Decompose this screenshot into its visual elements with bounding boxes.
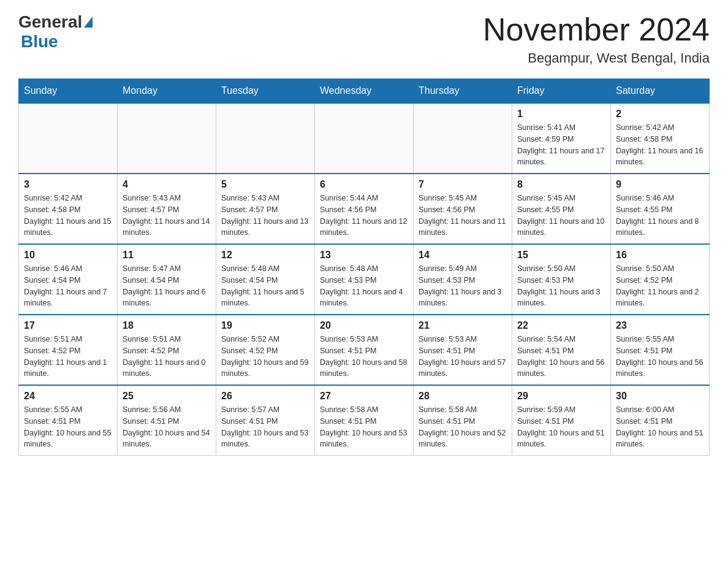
day-info: Sunrise: 5:46 AMSunset: 4:54 PMDaylight:… <box>24 263 112 309</box>
day-info: Sunrise: 5:48 AMSunset: 4:54 PMDaylight:… <box>221 263 309 309</box>
calendar-cell-w2-d4: 7Sunrise: 5:45 AMSunset: 4:56 PMDaylight… <box>414 174 512 244</box>
day-info: Sunrise: 5:54 AMSunset: 4:51 PMDaylight:… <box>517 334 605 380</box>
day-number: 11 <box>123 250 211 261</box>
header-monday: Monday <box>118 79 216 104</box>
calendar-cell-w1-d1 <box>118 103 216 174</box>
calendar-cell-w3-d3: 13Sunrise: 5:48 AMSunset: 4:53 PMDayligh… <box>315 244 414 315</box>
day-info: Sunrise: 5:49 AMSunset: 4:53 PMDaylight:… <box>419 263 507 309</box>
logo: General Blue <box>18 12 93 52</box>
calendar-cell-w4-d3: 20Sunrise: 5:53 AMSunset: 4:51 PMDayligh… <box>315 315 414 385</box>
day-number: 24 <box>24 391 112 402</box>
day-info: Sunrise: 5:43 AMSunset: 4:57 PMDaylight:… <box>221 193 309 239</box>
location-title: Begampur, West Bengal, India <box>483 50 710 66</box>
calendar-cell-w2-d5: 8Sunrise: 5:45 AMSunset: 4:55 PMDaylight… <box>512 174 611 244</box>
calendar-cell-w5-d6: 30Sunrise: 6:00 AMSunset: 4:51 PMDayligh… <box>611 385 710 456</box>
day-number: 30 <box>616 391 704 402</box>
logo-triangle-icon <box>84 17 93 28</box>
day-info: Sunrise: 5:53 AMSunset: 4:51 PMDaylight:… <box>419 334 507 380</box>
day-number: 3 <box>24 179 112 190</box>
day-number: 2 <box>616 109 704 120</box>
calendar-cell-w5-d1: 25Sunrise: 5:56 AMSunset: 4:51 PMDayligh… <box>118 385 216 456</box>
day-info: Sunrise: 5:42 AMSunset: 4:58 PMDaylight:… <box>616 122 704 168</box>
calendar-cell-w3-d1: 11Sunrise: 5:47 AMSunset: 4:54 PMDayligh… <box>118 244 216 315</box>
day-number: 7 <box>419 179 507 190</box>
day-info: Sunrise: 5:56 AMSunset: 4:51 PMDaylight:… <box>123 404 211 450</box>
day-info: Sunrise: 5:55 AMSunset: 4:51 PMDaylight:… <box>24 404 112 450</box>
day-number: 25 <box>123 391 211 402</box>
day-number: 21 <box>419 320 507 331</box>
day-number: 4 <box>123 179 211 190</box>
day-info: Sunrise: 5:46 AMSunset: 4:55 PMDaylight:… <box>616 193 704 239</box>
day-number: 26 <box>221 391 309 402</box>
day-info: Sunrise: 5:51 AMSunset: 4:52 PMDaylight:… <box>123 334 211 380</box>
day-info: Sunrise: 5:42 AMSunset: 4:58 PMDaylight:… <box>24 193 112 239</box>
day-info: Sunrise: 5:45 AMSunset: 4:56 PMDaylight:… <box>419 193 507 239</box>
week-row-1: 1Sunrise: 5:41 AMSunset: 4:59 PMDaylight… <box>19 103 710 174</box>
day-info: Sunrise: 5:41 AMSunset: 4:59 PMDaylight:… <box>517 122 605 168</box>
day-number: 27 <box>320 391 408 402</box>
day-info: Sunrise: 5:47 AMSunset: 4:54 PMDaylight:… <box>123 263 211 309</box>
day-info: Sunrise: 5:55 AMSunset: 4:51 PMDaylight:… <box>616 334 704 380</box>
calendar-cell-w2-d0: 3Sunrise: 5:42 AMSunset: 4:58 PMDaylight… <box>19 174 118 244</box>
day-number: 6 <box>320 179 408 190</box>
header-thursday: Thursday <box>414 79 512 104</box>
weekday-header-row: Sunday Monday Tuesday Wednesday Thursday… <box>19 79 710 104</box>
calendar-cell-w4-d5: 22Sunrise: 5:54 AMSunset: 4:51 PMDayligh… <box>512 315 611 385</box>
day-number: 10 <box>24 250 112 261</box>
day-info: Sunrise: 5:51 AMSunset: 4:52 PMDaylight:… <box>24 334 112 380</box>
day-info: Sunrise: 5:43 AMSunset: 4:57 PMDaylight:… <box>123 193 211 239</box>
day-number: 1 <box>517 109 605 120</box>
day-number: 28 <box>419 391 507 402</box>
header-tuesday: Tuesday <box>216 79 315 104</box>
week-row-2: 3Sunrise: 5:42 AMSunset: 4:58 PMDaylight… <box>19 174 710 244</box>
calendar-cell-w4-d4: 21Sunrise: 5:53 AMSunset: 4:51 PMDayligh… <box>414 315 512 385</box>
calendar-cell-w4-d1: 18Sunrise: 5:51 AMSunset: 4:52 PMDayligh… <box>118 315 216 385</box>
calendar-cell-w2-d2: 5Sunrise: 5:43 AMSunset: 4:57 PMDaylight… <box>216 174 315 244</box>
day-number: 13 <box>320 250 408 261</box>
calendar-cell-w4-d6: 23Sunrise: 5:55 AMSunset: 4:51 PMDayligh… <box>611 315 710 385</box>
day-info: Sunrise: 5:59 AMSunset: 4:51 PMDaylight:… <box>517 404 605 450</box>
calendar-cell-w5-d4: 28Sunrise: 5:58 AMSunset: 4:51 PMDayligh… <box>414 385 512 456</box>
day-number: 16 <box>616 250 704 261</box>
day-number: 8 <box>517 179 605 190</box>
day-number: 20 <box>320 320 408 331</box>
calendar-cell-w4-d0: 17Sunrise: 5:51 AMSunset: 4:52 PMDayligh… <box>19 315 118 385</box>
header-sunday: Sunday <box>19 79 118 104</box>
day-number: 17 <box>24 320 112 331</box>
day-number: 29 <box>517 391 605 402</box>
day-info: Sunrise: 5:50 AMSunset: 4:53 PMDaylight:… <box>517 263 605 309</box>
calendar-cell-w3-d5: 15Sunrise: 5:50 AMSunset: 4:53 PMDayligh… <box>512 244 611 315</box>
day-number: 15 <box>517 250 605 261</box>
calendar-cell-w4-d2: 19Sunrise: 5:52 AMSunset: 4:52 PMDayligh… <box>216 315 315 385</box>
day-info: Sunrise: 5:45 AMSunset: 4:55 PMDaylight:… <box>517 193 605 239</box>
header-saturday: Saturday <box>611 79 710 104</box>
title-section: November 2024 Begampur, West Bengal, Ind… <box>483 12 710 66</box>
calendar-cell-w3-d6: 16Sunrise: 5:50 AMSunset: 4:52 PMDayligh… <box>611 244 710 315</box>
day-number: 12 <box>221 250 309 261</box>
calendar-table: Sunday Monday Tuesday Wednesday Thursday… <box>18 79 710 456</box>
day-number: 23 <box>616 320 704 331</box>
header-friday: Friday <box>512 79 611 104</box>
calendar-cell-w1-d4 <box>414 103 512 174</box>
calendar-cell-w3-d0: 10Sunrise: 5:46 AMSunset: 4:54 PMDayligh… <box>19 244 118 315</box>
logo-blue-text: Blue <box>21 32 58 52</box>
calendar-cell-w5-d3: 27Sunrise: 5:58 AMSunset: 4:51 PMDayligh… <box>315 385 414 456</box>
day-info: Sunrise: 5:57 AMSunset: 4:51 PMDaylight:… <box>221 404 309 450</box>
week-row-5: 24Sunrise: 5:55 AMSunset: 4:51 PMDayligh… <box>19 385 710 456</box>
day-number: 18 <box>123 320 211 331</box>
day-number: 19 <box>221 320 309 331</box>
calendar-cell-w3-d2: 12Sunrise: 5:48 AMSunset: 4:54 PMDayligh… <box>216 244 315 315</box>
day-info: Sunrise: 5:53 AMSunset: 4:51 PMDaylight:… <box>320 334 408 380</box>
calendar-cell-w2-d3: 6Sunrise: 5:44 AMSunset: 4:56 PMDaylight… <box>315 174 414 244</box>
day-info: Sunrise: 5:50 AMSunset: 4:52 PMDaylight:… <box>616 263 704 309</box>
calendar-cell-w2-d6: 9Sunrise: 5:46 AMSunset: 4:55 PMDaylight… <box>611 174 710 244</box>
day-info: Sunrise: 5:58 AMSunset: 4:51 PMDaylight:… <box>419 404 507 450</box>
day-info: Sunrise: 6:00 AMSunset: 4:51 PMDaylight:… <box>616 404 704 450</box>
calendar-cell-w1-d5: 1Sunrise: 5:41 AMSunset: 4:59 PMDaylight… <box>512 103 611 174</box>
calendar-cell-w5-d2: 26Sunrise: 5:57 AMSunset: 4:51 PMDayligh… <box>216 385 315 456</box>
page-header: General Blue November 2024 Begampur, Wes… <box>18 12 710 66</box>
calendar-cell-w2-d1: 4Sunrise: 5:43 AMSunset: 4:57 PMDaylight… <box>118 174 216 244</box>
calendar-cell-w1-d0 <box>19 103 118 174</box>
calendar-cell-w1-d3 <box>315 103 414 174</box>
calendar-cell-w3-d4: 14Sunrise: 5:49 AMSunset: 4:53 PMDayligh… <box>414 244 512 315</box>
